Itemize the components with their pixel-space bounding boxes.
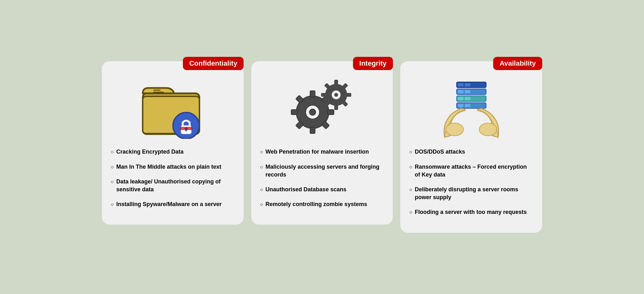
svg-rect-36	[465, 97, 470, 100]
confidentiality-icon	[102, 78, 244, 140]
availability-list: DOS/DDoS attacks Ransomware attacks – Fo…	[400, 148, 542, 216]
svg-rect-33	[465, 104, 470, 107]
availability-header: Availability	[493, 57, 542, 70]
svg-rect-26	[321, 93, 326, 97]
main-container: Confidentiality	[102, 61, 542, 232]
integrity-icon	[251, 78, 393, 140]
svg-rect-8	[180, 127, 192, 130]
integrity-list: Web Penetration for malware insertion Ma…	[251, 148, 393, 208]
confidentiality-list: Cracking Encrypted Data Man In The Middl…	[102, 148, 244, 208]
confidentiality-card: Confidentiality	[102, 61, 244, 225]
list-item: Maliciously accessing servers and forgin…	[260, 163, 384, 179]
availability-icon	[400, 78, 542, 140]
svg-rect-24	[334, 105, 338, 110]
svg-point-43	[446, 123, 464, 136]
integrity-header: Integrity	[353, 57, 393, 70]
list-item: Data leakage/ Unauthorised copying of se…	[111, 178, 235, 193]
svg-rect-41	[458, 83, 464, 86]
svg-rect-12	[310, 91, 315, 97]
svg-rect-35	[458, 97, 464, 100]
list-item: Man In The Middle attacks on plain text	[111, 163, 235, 171]
svg-rect-39	[465, 90, 470, 93]
list-item: Remotely controlling zombie systems	[260, 200, 384, 208]
svg-rect-14	[328, 110, 334, 115]
svg-rect-32	[458, 104, 464, 107]
list-item: Web Penetration for malware insertion	[260, 148, 384, 156]
confidentiality-header: Confidentiality	[183, 57, 244, 70]
svg-rect-23	[334, 80, 338, 85]
list-item: Deliberately disrupting a server rooms p…	[409, 186, 533, 201]
gears-svg	[287, 78, 357, 140]
svg-rect-15	[291, 110, 297, 115]
list-item: Unauthorised Database scans	[260, 186, 384, 193]
list-item: Ransomware attacks – Forced encryption o…	[409, 163, 533, 179]
svg-rect-42	[465, 83, 470, 86]
availability-card: Availability	[400, 61, 542, 232]
integrity-card: Integrity	[251, 61, 393, 225]
svg-rect-38	[458, 90, 464, 93]
svg-point-44	[479, 123, 497, 136]
hands-server-svg	[435, 78, 508, 140]
svg-rect-25	[346, 93, 351, 97]
svg-point-22	[334, 93, 338, 97]
list-item: Installing Spyware/Malware on a server	[111, 200, 235, 208]
svg-rect-13	[310, 127, 315, 133]
list-item: Cracking Encrypted Data	[111, 148, 235, 156]
list-item: Flooding a server with too many requests	[409, 208, 533, 216]
list-item: DOS/DDoS attacks	[409, 148, 533, 156]
svg-point-11	[309, 109, 316, 115]
folder-lock-svg	[140, 79, 206, 139]
